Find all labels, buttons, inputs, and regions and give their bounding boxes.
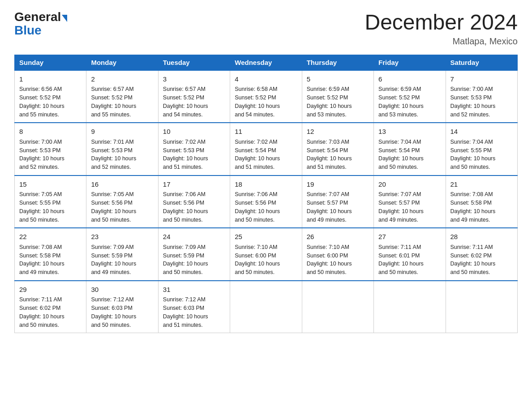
header-row: SundayMondayTuesdayWednesdayThursdayFrid… [15,55,518,70]
day-cell: 9Sunrise: 7:01 AM Sunset: 5:53 PM Daylig… [86,123,158,176]
day-number: 5 [307,74,369,85]
day-info: Sunrise: 7:12 AM Sunset: 6:03 PM Dayligh… [163,295,225,329]
day-cell: 7Sunrise: 7:00 AM Sunset: 5:53 PM Daylig… [446,70,517,123]
day-info: Sunrise: 7:06 AM Sunset: 5:56 PM Dayligh… [163,190,225,224]
day-info: Sunrise: 7:08 AM Sunset: 5:58 PM Dayligh… [19,243,82,277]
day-cell [230,281,302,333]
day-number: 8 [19,127,82,137]
day-info: Sunrise: 7:10 AM Sunset: 6:00 PM Dayligh… [307,243,369,277]
week-row-4: 22Sunrise: 7:08 AM Sunset: 5:58 PM Dayli… [15,228,518,281]
day-number: 17 [163,180,225,190]
title-block: December 2024 Matlapa, Mexico [365,11,518,47]
day-info: Sunrise: 6:57 AM Sunset: 5:52 PM Dayligh… [91,85,153,119]
day-cell: 29Sunrise: 7:11 AM Sunset: 6:02 PM Dayli… [15,281,86,333]
day-number: 4 [235,74,297,85]
day-cell: 31Sunrise: 7:12 AM Sunset: 6:03 PM Dayli… [158,281,230,333]
header-cell-wednesday: Wednesday [230,55,302,70]
logo: General Blue [14,11,67,38]
day-cell: 26Sunrise: 7:10 AM Sunset: 6:00 PM Dayli… [302,228,373,281]
day-cell: 14Sunrise: 7:04 AM Sunset: 5:55 PM Dayli… [446,123,517,176]
day-cell [374,281,446,333]
day-number: 18 [235,180,297,190]
header-cell-tuesday: Tuesday [158,55,230,70]
day-info: Sunrise: 6:59 AM Sunset: 5:52 PM Dayligh… [307,85,369,119]
day-info: Sunrise: 6:56 AM Sunset: 5:52 PM Dayligh… [19,85,82,119]
day-cell: 25Sunrise: 7:10 AM Sunset: 6:00 PM Dayli… [230,228,302,281]
logo-arrow-icon [62,15,67,22]
header-cell-sunday: Sunday [15,55,86,70]
week-row-5: 29Sunrise: 7:11 AM Sunset: 6:02 PM Dayli… [15,281,518,333]
day-number: 29 [19,285,82,295]
day-number: 6 [378,74,441,85]
day-cell: 20Sunrise: 7:07 AM Sunset: 5:57 PM Dayli… [374,176,446,228]
month-title: December 2024 [365,11,518,34]
day-cell: 23Sunrise: 7:09 AM Sunset: 5:59 PM Dayli… [86,228,158,281]
day-number: 10 [163,127,225,137]
day-number: 13 [378,127,441,137]
day-info: Sunrise: 7:02 AM Sunset: 5:53 PM Dayligh… [163,138,225,171]
week-row-2: 8Sunrise: 7:00 AM Sunset: 5:53 PM Daylig… [15,123,518,176]
day-cell: 6Sunrise: 6:59 AM Sunset: 5:52 PM Daylig… [374,70,446,123]
day-number: 27 [378,232,441,242]
day-number: 21 [450,180,513,190]
day-cell: 1Sunrise: 6:56 AM Sunset: 5:52 PM Daylig… [15,70,86,123]
day-info: Sunrise: 7:04 AM Sunset: 5:55 PM Dayligh… [450,138,513,171]
week-row-1: 1Sunrise: 6:56 AM Sunset: 5:52 PM Daylig… [15,70,518,123]
day-number: 26 [307,232,369,242]
day-cell: 18Sunrise: 7:06 AM Sunset: 5:56 PM Dayli… [230,176,302,228]
day-number: 31 [163,285,225,295]
day-cell: 24Sunrise: 7:09 AM Sunset: 5:59 PM Dayli… [158,228,230,281]
day-cell: 5Sunrise: 6:59 AM Sunset: 5:52 PM Daylig… [302,70,373,123]
day-number: 24 [163,232,225,242]
calendar-body: 1Sunrise: 6:56 AM Sunset: 5:52 PM Daylig… [15,70,518,333]
week-row-3: 15Sunrise: 7:05 AM Sunset: 5:55 PM Dayli… [15,176,518,228]
day-info: Sunrise: 7:02 AM Sunset: 5:54 PM Dayligh… [235,138,297,171]
day-cell: 27Sunrise: 7:11 AM Sunset: 6:01 PM Dayli… [374,228,446,281]
day-info: Sunrise: 7:07 AM Sunset: 5:57 PM Dayligh… [307,190,369,224]
day-cell: 12Sunrise: 7:03 AM Sunset: 5:54 PM Dayli… [302,123,373,176]
page-header: General Blue December 2024 Matlapa, Mexi… [14,11,518,47]
day-number: 25 [235,232,297,242]
day-cell: 3Sunrise: 6:57 AM Sunset: 5:52 PM Daylig… [158,70,230,123]
day-cell: 21Sunrise: 7:08 AM Sunset: 5:58 PM Dayli… [446,176,517,228]
day-info: Sunrise: 7:08 AM Sunset: 5:58 PM Dayligh… [450,190,513,224]
day-number: 15 [19,180,82,190]
day-number: 11 [235,127,297,137]
logo-general-text: General [14,11,61,23]
calendar-table: SundayMondayTuesdayWednesdayThursdayFrid… [14,55,518,334]
day-info: Sunrise: 7:01 AM Sunset: 5:53 PM Dayligh… [91,138,153,171]
day-cell: 13Sunrise: 7:04 AM Sunset: 5:54 PM Dayli… [374,123,446,176]
day-number: 9 [91,127,153,137]
day-number: 2 [91,74,153,85]
day-info: Sunrise: 7:12 AM Sunset: 6:03 PM Dayligh… [91,295,153,329]
header-cell-saturday: Saturday [446,55,517,70]
day-cell: 30Sunrise: 7:12 AM Sunset: 6:03 PM Dayli… [86,281,158,333]
day-info: Sunrise: 7:04 AM Sunset: 5:54 PM Dayligh… [378,138,441,171]
day-info: Sunrise: 7:11 AM Sunset: 6:01 PM Dayligh… [378,243,441,277]
day-cell: 10Sunrise: 7:02 AM Sunset: 5:53 PM Dayli… [158,123,230,176]
day-info: Sunrise: 6:58 AM Sunset: 5:52 PM Dayligh… [235,85,297,119]
day-info: Sunrise: 7:10 AM Sunset: 6:00 PM Dayligh… [235,243,297,277]
header-cell-friday: Friday [374,55,446,70]
day-info: Sunrise: 7:00 AM Sunset: 5:53 PM Dayligh… [450,85,513,119]
day-info: Sunrise: 6:57 AM Sunset: 5:52 PM Dayligh… [163,85,225,119]
day-cell [302,281,373,333]
day-number: 19 [307,180,369,190]
day-info: Sunrise: 7:06 AM Sunset: 5:56 PM Dayligh… [235,190,297,224]
day-info: Sunrise: 7:09 AM Sunset: 5:59 PM Dayligh… [163,243,225,277]
day-number: 30 [91,285,153,295]
day-number: 28 [450,232,513,242]
day-info: Sunrise: 6:59 AM Sunset: 5:52 PM Dayligh… [378,85,441,119]
day-cell: 19Sunrise: 7:07 AM Sunset: 5:57 PM Dayli… [302,176,373,228]
calendar-header: SundayMondayTuesdayWednesdayThursdayFrid… [15,55,518,70]
day-info: Sunrise: 7:05 AM Sunset: 5:56 PM Dayligh… [91,190,153,224]
day-cell: 17Sunrise: 7:06 AM Sunset: 5:56 PM Dayli… [158,176,230,228]
day-cell: 16Sunrise: 7:05 AM Sunset: 5:56 PM Dayli… [86,176,158,228]
header-cell-monday: Monday [86,55,158,70]
day-cell: 8Sunrise: 7:00 AM Sunset: 5:53 PM Daylig… [15,123,86,176]
header-cell-thursday: Thursday [302,55,373,70]
day-info: Sunrise: 7:05 AM Sunset: 5:55 PM Dayligh… [19,190,82,224]
day-cell: 28Sunrise: 7:11 AM Sunset: 6:02 PM Dayli… [446,228,517,281]
day-cell: 15Sunrise: 7:05 AM Sunset: 5:55 PM Dayli… [15,176,86,228]
day-cell [446,281,517,333]
